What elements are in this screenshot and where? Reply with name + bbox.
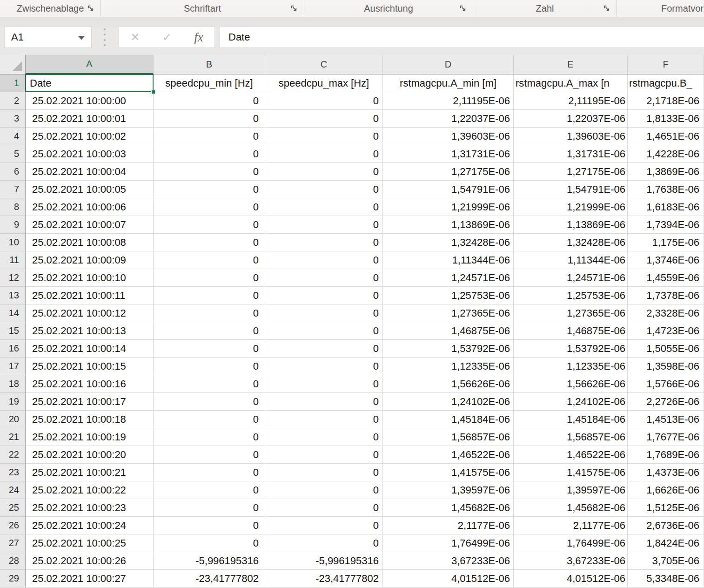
cell-F6[interactable]: 1,3869E-06 bbox=[628, 163, 704, 181]
cell-F21[interactable]: 1,7677E-06 bbox=[628, 428, 704, 446]
cell-E1[interactable]: rstmagcpu.A_max [n bbox=[514, 74, 628, 92]
cell-C5[interactable]: 0 bbox=[265, 145, 383, 163]
cell-E2[interactable]: 2,11195E-06 bbox=[514, 92, 628, 110]
row-header-25[interactable]: 25 bbox=[0, 499, 26, 517]
cell-F25[interactable]: 1,5125E-06 bbox=[628, 499, 704, 517]
cell-D3[interactable]: 1,22037E-06 bbox=[383, 110, 514, 128]
cell-E18[interactable]: 1,56626E-06 bbox=[514, 375, 628, 393]
cell-C1[interactable]: speedcpu_max [Hz] bbox=[265, 74, 383, 92]
cell-B29[interactable]: -23,41777802 bbox=[154, 570, 265, 588]
cell-F28[interactable]: 3,705E-06 bbox=[628, 552, 704, 570]
cell-C28[interactable]: -5,996195316 bbox=[265, 552, 383, 570]
cell-F24[interactable]: 1,6626E-06 bbox=[628, 481, 704, 499]
row-header-15[interactable]: 15 bbox=[0, 322, 26, 340]
enter-button[interactable]: ✓ bbox=[162, 32, 172, 43]
cell-D13[interactable]: 1,25753E-06 bbox=[383, 287, 514, 304]
formula-bar-drag-handle[interactable] bbox=[104, 28, 106, 46]
cell-F10[interactable]: 1,175E-06 bbox=[628, 234, 704, 251]
cell-A17[interactable]: 25.02.2021 10:00:15 bbox=[26, 358, 154, 375]
cell-C8[interactable]: 0 bbox=[265, 198, 383, 216]
cell-E13[interactable]: 1,25753E-06 bbox=[514, 287, 628, 304]
cell-A11[interactable]: 25.02.2021 10:00:09 bbox=[26, 251, 154, 269]
row-header-7[interactable]: 7 bbox=[0, 181, 26, 198]
cell-B14[interactable]: 0 bbox=[154, 304, 265, 322]
cell-C6[interactable]: 0 bbox=[265, 163, 383, 181]
cell-A9[interactable]: 25.02.2021 10:00:07 bbox=[26, 216, 154, 234]
cell-B28[interactable]: -5,996195316 bbox=[154, 552, 265, 570]
column-header-E[interactable]: E bbox=[514, 55, 628, 74]
cell-B16[interactable]: 0 bbox=[154, 340, 265, 358]
cell-F12[interactable]: 1,4559E-06 bbox=[628, 269, 704, 287]
cell-E16[interactable]: 1,53792E-06 bbox=[514, 340, 628, 358]
cell-F9[interactable]: 1,7394E-06 bbox=[628, 216, 704, 234]
cell-B25[interactable]: 0 bbox=[154, 499, 265, 517]
cell-B17[interactable]: 0 bbox=[154, 358, 265, 375]
cell-A3[interactable]: 25.02.2021 10:00:01 bbox=[26, 110, 154, 128]
cell-F13[interactable]: 1,7378E-06 bbox=[628, 287, 704, 304]
cell-A18[interactable]: 25.02.2021 10:00:16 bbox=[26, 375, 154, 393]
cell-C16[interactable]: 0 bbox=[265, 340, 383, 358]
dialog-launcher-icon[interactable] bbox=[290, 5, 298, 12]
cell-D25[interactable]: 1,45682E-06 bbox=[383, 499, 514, 517]
row-header-11[interactable]: 11 bbox=[0, 251, 26, 269]
row-header-10[interactable]: 10 bbox=[0, 234, 26, 251]
cell-C22[interactable]: 0 bbox=[265, 446, 383, 464]
cell-D10[interactable]: 1,32428E-06 bbox=[383, 234, 514, 251]
cell-A4[interactable]: 25.02.2021 10:00:02 bbox=[26, 128, 154, 145]
row-header-1[interactable]: 1 bbox=[0, 74, 26, 92]
cell-E4[interactable]: 1,39603E-06 bbox=[514, 128, 628, 145]
cell-F15[interactable]: 1,4723E-06 bbox=[628, 322, 704, 340]
cell-C17[interactable]: 0 bbox=[265, 358, 383, 375]
row-header-19[interactable]: 19 bbox=[0, 393, 26, 411]
column-header-F[interactable]: F bbox=[628, 55, 704, 74]
cell-F18[interactable]: 1,5766E-06 bbox=[628, 375, 704, 393]
cell-D5[interactable]: 1,31731E-06 bbox=[383, 145, 514, 163]
row-header-20[interactable]: 20 bbox=[0, 411, 26, 428]
cell-E7[interactable]: 1,54791E-06 bbox=[514, 181, 628, 198]
cell-F20[interactable]: 1,4513E-06 bbox=[628, 411, 704, 428]
row-header-22[interactable]: 22 bbox=[0, 446, 26, 464]
cell-D15[interactable]: 1,46875E-06 bbox=[383, 322, 514, 340]
cell-E15[interactable]: 1,46875E-06 bbox=[514, 322, 628, 340]
cell-C13[interactable]: 0 bbox=[265, 287, 383, 304]
cell-D12[interactable]: 1,24571E-06 bbox=[383, 269, 514, 287]
cell-E9[interactable]: 1,13869E-06 bbox=[514, 216, 628, 234]
cell-A24[interactable]: 25.02.2021 10:00:22 bbox=[26, 481, 154, 499]
cell-A16[interactable]: 25.02.2021 10:00:14 bbox=[26, 340, 154, 358]
cell-E21[interactable]: 1,56857E-06 bbox=[514, 428, 628, 446]
cell-D24[interactable]: 1,39597E-06 bbox=[383, 481, 514, 499]
cell-E19[interactable]: 1,24102E-06 bbox=[514, 393, 628, 411]
insert-function-button[interactable]: fx bbox=[194, 31, 203, 44]
cell-F5[interactable]: 1,4228E-06 bbox=[628, 145, 704, 163]
cell-F11[interactable]: 1,3746E-06 bbox=[628, 251, 704, 269]
cell-F14[interactable]: 2,3328E-06 bbox=[628, 304, 704, 322]
row-header-18[interactable]: 18 bbox=[0, 375, 26, 393]
cell-E25[interactable]: 1,45682E-06 bbox=[514, 499, 628, 517]
row-header-27[interactable]: 27 bbox=[0, 534, 26, 552]
row-header-26[interactable]: 26 bbox=[0, 517, 26, 534]
cell-B1[interactable]: speedcpu_min [Hz] bbox=[154, 74, 265, 92]
cell-D8[interactable]: 1,21999E-06 bbox=[383, 198, 514, 216]
cell-B18[interactable]: 0 bbox=[154, 375, 265, 393]
cell-B26[interactable]: 0 bbox=[154, 517, 265, 534]
cell-E24[interactable]: 1,39597E-06 bbox=[514, 481, 628, 499]
cell-D4[interactable]: 1,39603E-06 bbox=[383, 128, 514, 145]
row-header-9[interactable]: 9 bbox=[0, 216, 26, 234]
cell-A14[interactable]: 25.02.2021 10:00:12 bbox=[26, 304, 154, 322]
cell-C21[interactable]: 0 bbox=[265, 428, 383, 446]
cell-F26[interactable]: 2,6736E-06 bbox=[628, 517, 704, 534]
name-box[interactable]: A1 bbox=[4, 27, 92, 48]
cell-D22[interactable]: 1,46522E-06 bbox=[383, 446, 514, 464]
cell-C27[interactable]: 0 bbox=[265, 534, 383, 552]
formula-input[interactable]: Date bbox=[220, 27, 704, 48]
cell-E28[interactable]: 3,67233E-06 bbox=[514, 552, 628, 570]
cell-F17[interactable]: 1,3598E-06 bbox=[628, 358, 704, 375]
cell-C12[interactable]: 0 bbox=[265, 269, 383, 287]
cell-A10[interactable]: 25.02.2021 10:00:08 bbox=[26, 234, 154, 251]
cell-C29[interactable]: -23,41777802 bbox=[265, 570, 383, 588]
cell-B20[interactable]: 0 bbox=[154, 411, 265, 428]
cell-A13[interactable]: 25.02.2021 10:00:11 bbox=[26, 287, 154, 304]
row-header-21[interactable]: 21 bbox=[0, 428, 26, 446]
cell-D23[interactable]: 1,41575E-06 bbox=[383, 464, 514, 481]
cell-C25[interactable]: 0 bbox=[265, 499, 383, 517]
